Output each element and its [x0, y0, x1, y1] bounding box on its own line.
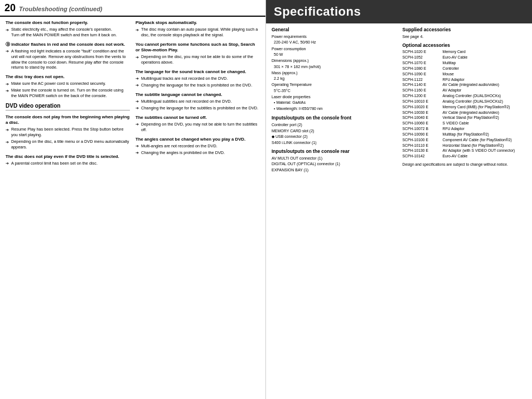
spec-general: General Power requirements 220-240 V AC,… — [272, 27, 396, 112]
spec-row: MEMORY CARD slot (2) — [272, 128, 396, 133]
bullet-item: ➔ Multi-angles are not recorded on the D… — [136, 143, 260, 149]
opt-desc: Analog Controller (DUALSHOCKs) — [443, 94, 527, 99]
opt-code: SCPH-1052 — [403, 55, 443, 60]
spec-row: Controller port (2) — [272, 122, 396, 127]
section-title: The disc does not play even if the DVD t… — [6, 154, 130, 160]
arrow-icon: ➔ — [6, 88, 10, 93]
spec-row: 50 W — [272, 52, 396, 57]
bullet-item: ➔ The disc may contain an auto pause sig… — [136, 27, 260, 38]
optional-item: SCPH-10030 EAV Cable (integrated audio/v… — [403, 110, 527, 116]
opt-code: SCPH-10142 — [403, 154, 443, 159]
bullet-text: The disc may contain an auto pause signa… — [141, 27, 260, 38]
spec-row: Power consumption — [272, 46, 396, 51]
section-subtitle-lang: The subtitle language cannot be changed.… — [136, 92, 260, 111]
section-indicator: Ⓑ indicator flashes in red and the conso… — [6, 42, 130, 71]
opt-desc: Controller — [443, 66, 527, 71]
opt-desc: AV Adaptor — [443, 88, 527, 93]
optional-item: SCPH-1200 EAnalog Controller (DUALSHOCKs… — [403, 94, 527, 99]
opt-code: SCPH-10020 E — [403, 105, 443, 110]
spec-row: EXPANSION BAY (1) — [272, 167, 396, 172]
bullet-text: Static electricity etc., may affect the … — [11, 27, 117, 38]
spec-label: DIGITAL OUT (OPTICAL) connector (1) — [272, 161, 340, 166]
bullet-text: Changing the language for the subtitles … — [141, 105, 258, 111]
optional-item: SCPH-1052Euro-AV Cable — [403, 55, 527, 60]
bullet-item: ➔ Changing the angles is prohibited on t… — [136, 150, 260, 156]
bullet-text: Make sure the AC power cord is connected… — [11, 81, 106, 86]
spec-row: AV MULTI OUT connector (1) — [272, 156, 396, 161]
spec-indent: 50 W — [272, 52, 283, 57]
bullet-text: Depending on the disc, you may not be ab… — [141, 54, 260, 65]
opt-code: SCPH-10040 E — [403, 116, 443, 121]
optional-item: SCPH-1090 EMouse — [403, 72, 527, 77]
spec-indent: 301 × 78 × 182 mm (w/h/d) — [272, 64, 321, 69]
section-title: You cannot perform some functions such a… — [136, 42, 260, 53]
opt-code: SCPH-1160 E — [403, 88, 443, 93]
bullet-item: ➔ Depending on the DVD, you may not be a… — [136, 122, 260, 133]
spec-label: See page 4. — [403, 34, 453, 39]
optional-item: SCPH-1020 EMemory Card — [403, 50, 527, 55]
spec-label: Mass (approx.) — [272, 70, 322, 75]
spec-label: S400 i.LINK connector (1) — [272, 140, 322, 145]
arrow-icon: ➔ — [136, 27, 140, 32]
section-no-function: The console does not function properly. … — [6, 20, 130, 38]
section-title: The angles cannot be changed when you pl… — [136, 137, 260, 142]
bullet-item: ➔ Multilingual subtitles are not recorde… — [136, 99, 260, 104]
section-title: The language for the sound track cannot … — [136, 69, 260, 75]
spec-section-title: Inputs/outputs on the console front — [272, 115, 396, 121]
arrow-icon: ➔ — [136, 143, 140, 148]
spec-inputs-rear: Inputs/outputs on the console rear AV MU… — [272, 148, 396, 172]
optional-item: SCPH-10110 EHorizontal Stand (for PlaySt… — [403, 143, 527, 148]
section-subtitles-off: The subtitles cannot be turned off. ➔ De… — [136, 115, 260, 133]
spec-label: Power consumption — [272, 46, 322, 51]
spec-label: AV MULTI OUT connector (1) — [272, 156, 322, 161]
spec-label: Controller port (2) — [272, 122, 322, 127]
opt-code: SCPH-10090 E — [403, 132, 443, 137]
spec-row: Operating Temperature — [272, 82, 396, 87]
section-title: The disc tray does not open. — [6, 74, 130, 80]
section-cannot-functions: You cannot perform some functions such a… — [136, 42, 260, 65]
arrow-icon: ➔ — [6, 161, 10, 166]
opt-code: SCPH-10030 E — [403, 110, 443, 116]
opt-desc: Mouse — [443, 72, 527, 77]
optional-item: SCPH-10010 EAnalog Controller (DUALSHOCK… — [403, 99, 527, 104]
spec-indent: • Wavelength: l=650/780 nm — [272, 106, 323, 111]
left-content: The console does not function properly. … — [0, 17, 265, 398]
spec-indent: • Material: GaAlAs — [272, 100, 306, 105]
optional-item: SCPH-1122RFU Adaptor — [403, 78, 527, 83]
opt-desc: RFU Adaptor — [443, 127, 527, 132]
opt-code: SCPH-1080 E — [403, 66, 443, 71]
spec-row: Power requirements — [272, 34, 396, 39]
opt-code: SCPH-1020 E — [403, 50, 443, 55]
page-number: 20 — [4, 2, 16, 14]
spec-section-title: Optional accessories — [403, 42, 527, 48]
opt-desc: Horizontal Stand (for PlayStation®2) — [443, 143, 527, 148]
bullet-item: ➔ Multilingual tracks are not recorded o… — [136, 76, 260, 81]
optional-list: SCPH-1020 EMemory CardSCPH-1052Euro-AV C… — [403, 50, 527, 159]
spec-row: Dimensions (approx.) — [272, 58, 396, 63]
bullet-item: ➔ Make sure the AC power cord is connect… — [6, 81, 130, 86]
opt-desc: S VIDEO Cable — [443, 121, 527, 126]
right-panel: Specifications General Power requirement… — [266, 0, 532, 399]
spec-label: Dimensions (approx.) — [272, 58, 322, 63]
opt-desc: Vertical Stand (for PlayStation®2) — [443, 116, 527, 121]
opt-desc: RFU Adaptor — [443, 78, 527, 83]
bullet-text: A parental control limit has been set on… — [11, 161, 98, 166]
opt-desc: Component AV Cable (for PlayStation®2) — [443, 138, 527, 143]
opt-desc: AV Cable (integrated audio/video) — [443, 83, 527, 88]
spec-row: 301 × 78 × 182 mm (w/h/d) — [272, 64, 396, 70]
optional-item: SCPH-1080 EController — [403, 66, 527, 71]
opt-code: SCPH-10060 E — [403, 121, 443, 126]
spec-label: MEMORY CARD slot (2) — [272, 128, 322, 133]
bullet-item: ➔ Depending on the disc, you may not be … — [136, 54, 260, 65]
section-not-play-title: The disc does not play even if the DVD t… — [6, 154, 130, 166]
arrow-icon: ➔ — [6, 27, 10, 32]
arrow-icon: ➔ — [6, 127, 10, 132]
arrow-icon: ➔ — [6, 140, 10, 145]
optional-item: SCPH-10060 ES VIDEO Cable — [403, 121, 527, 126]
left-panel: 20 Troubleshooting (continued) The conso… — [0, 0, 266, 399]
opt-desc: AV Adaptor (with S VIDEO OUT connector) — [443, 148, 527, 153]
section-title: Playback stops automatically. — [136, 20, 260, 26]
spec-row: ◆ USB connector (2) — [272, 134, 396, 139]
spec-row: 2.2 kg — [272, 76, 396, 81]
bullet-text: Changing the angles is prohibited on the… — [141, 150, 225, 156]
